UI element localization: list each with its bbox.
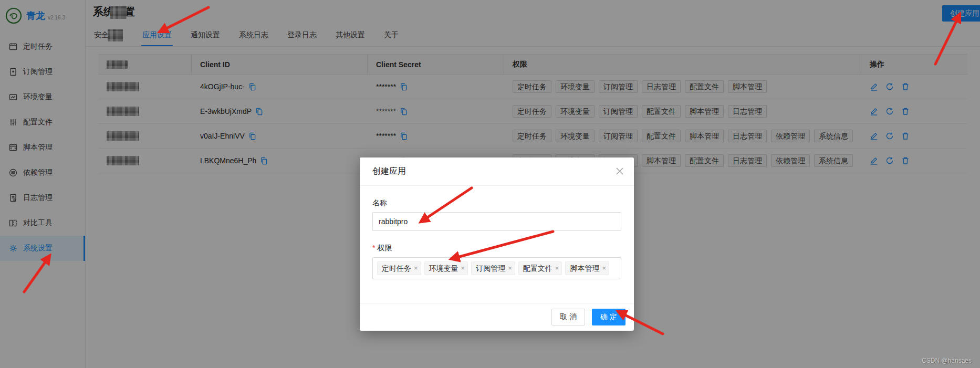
permissions-field-label: *权限 bbox=[372, 244, 621, 253]
watermark: CSDN @hansaes bbox=[922, 357, 972, 364]
selected-permission-label: 环境变量 bbox=[429, 262, 458, 275]
selected-permission-label: 脚本管理 bbox=[570, 262, 599, 275]
app-window: 青龙 v2.16.3 定时任务 订阅管理 环境变量 配置文件 脚本管理 bbox=[0, 0, 980, 368]
modal-footer: 取 消 确 定 bbox=[360, 303, 634, 331]
selected-permission-label: 配置文件 bbox=[523, 262, 552, 275]
create-app-modal: 创建应用 名称 *权限 定时任务 × 环境变量 × bbox=[360, 157, 634, 331]
remove-tag-icon[interactable]: × bbox=[602, 262, 606, 275]
cancel-button[interactable]: 取 消 bbox=[551, 309, 585, 325]
modal-body: 名称 *权限 定时任务 × 环境变量 × bbox=[360, 186, 634, 303]
remove-tag-icon[interactable]: × bbox=[555, 262, 559, 275]
name-field-label: 名称 bbox=[372, 198, 621, 208]
selected-permission-tag: 环境变量 × bbox=[424, 261, 468, 275]
modal-header: 创建应用 bbox=[360, 157, 634, 186]
required-asterisk: * bbox=[372, 244, 375, 252]
remove-tag-icon[interactable]: × bbox=[461, 262, 465, 275]
selected-permission-tag: 订阅管理 × bbox=[471, 261, 515, 275]
close-icon[interactable] bbox=[616, 167, 624, 175]
permissions-field: *权限 定时任务 × 环境变量 × 订阅管理 bbox=[372, 244, 621, 279]
confirm-button[interactable]: 确 定 bbox=[592, 309, 625, 325]
selected-permission-tag: 脚本管理 × bbox=[565, 261, 609, 275]
app-name-input[interactable] bbox=[372, 212, 621, 231]
selected-permission-tag: 定时任务 × bbox=[377, 261, 421, 275]
permissions-label-text: 权限 bbox=[377, 244, 392, 252]
remove-tag-icon[interactable]: × bbox=[508, 262, 512, 275]
permissions-select[interactable]: 定时任务 × 环境变量 × 订阅管理 × bbox=[372, 257, 621, 279]
modal-title: 创建应用 bbox=[372, 166, 406, 175]
selected-permission-tag: 配置文件 × bbox=[518, 261, 562, 275]
remove-tag-icon[interactable]: × bbox=[414, 262, 418, 275]
selected-permission-label: 定时任务 bbox=[382, 262, 411, 275]
selected-permission-label: 订阅管理 bbox=[476, 262, 505, 275]
